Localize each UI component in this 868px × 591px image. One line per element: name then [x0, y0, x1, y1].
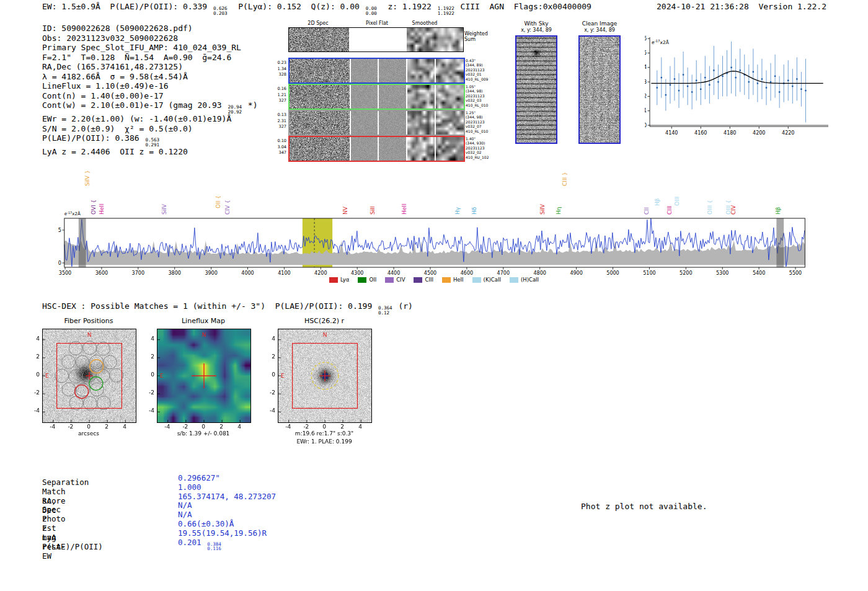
spec-row-0	[288, 58, 465, 84]
spectrum-line-label: Hβ	[654, 198, 660, 206]
match-value: 1.000	[178, 482, 202, 492]
xtick-label: 4	[118, 424, 131, 430]
row-meta-label: (344, 930)	[466, 141, 498, 145]
row-meta-label: v032_01	[466, 72, 498, 76]
spectrum-line-label: CIV	[730, 205, 737, 215]
data-point	[748, 81, 750, 82]
row-left-labels: 0.103.04347	[270, 138, 286, 156]
line-fit-plot: 012345641404160418042004220e-17x2Å	[645, 31, 831, 146]
data-point	[735, 77, 736, 78]
data-point	[717, 81, 719, 82]
data-point	[761, 78, 763, 79]
xtick-label: 4220	[782, 130, 794, 136]
ytick-label: 5	[645, 50, 647, 56]
xtick-label: 4300	[351, 270, 363, 276]
ytick-label: 6	[645, 36, 647, 42]
info-line: S/N = 2.0(±0.9) χ² = 0.5(±0.0)	[42, 124, 257, 134]
info-line: LyA z = 2.4406 OII z = 0.1220	[42, 147, 257, 157]
uncertainty-stack: 0.5630.291	[144, 138, 161, 147]
fiber-circle	[62, 355, 76, 369]
legend-label: CIV	[396, 277, 405, 283]
spec-row-3	[288, 136, 465, 162]
row-weight-label: 2.31	[270, 118, 286, 125]
row-meta-label: 1.40"	[466, 136, 498, 141]
data-point	[722, 76, 723, 77]
row-weight-label: 327	[270, 124, 286, 130]
spectrum-line-label: Hβ	[775, 207, 781, 215]
text-seg: LineFlux = 1.10(±0.49)e-16	[42, 81, 169, 91]
match-label: P(LAE)/P(OII)	[42, 542, 103, 551]
row-weight-label: 1.21	[270, 92, 286, 99]
ytick-label: 2	[26, 353, 40, 360]
east-label: E	[45, 373, 49, 379]
xtick-label: 2	[100, 424, 113, 430]
legend-item: (K)CaII	[472, 277, 501, 283]
spectrum-line-label: Hδ	[471, 207, 477, 215]
text-seg: Primary Spec_Slot_IFU_AMP: 410_024_039_R…	[42, 43, 241, 52]
data-point	[787, 80, 789, 81]
ytick-label: 2	[141, 353, 154, 360]
spectrum-line-label: OII {	[215, 195, 221, 208]
data-point	[779, 91, 780, 92]
info-line: ID: 5090022628 (5090022628.pdf)	[42, 24, 257, 33]
uncertainty-stack: 0.3640.12	[377, 306, 394, 315]
gaussian-fit	[651, 71, 823, 84]
legend-label: HeII	[453, 277, 464, 283]
match-value: 0.296627"	[178, 473, 220, 482]
xtick-label: -4	[46, 424, 60, 430]
uncertainty-stack: 0.3840.116	[206, 542, 223, 551]
match-value: N/A	[178, 500, 192, 510]
row-meta-label: (344, 89)	[466, 63, 498, 67]
xtick-label: 4000	[241, 270, 254, 276]
text-seg: Cont(n) = 1.40(±0.00)e-17	[42, 91, 164, 100]
clean-image-coords: x, y: 344, 89	[575, 27, 624, 33]
spectrum-line-label: CIII	[666, 206, 673, 215]
text-seg: EWr = 2.20(±1.00) (w: -1.40(±0.01)e19)Å	[42, 114, 231, 123]
spec-row-image	[290, 137, 464, 161]
ytick-label: 2	[262, 353, 275, 360]
text-seg: Obs: 20231123v032_5090022628	[42, 33, 178, 43]
info-line: P(LAE)/P(OII): 0.386 0.5630.291	[42, 133, 257, 147]
line-fit-svg: 012345641404160418042004220e-17x2Å	[645, 31, 831, 146]
legend-label: CIII	[425, 277, 433, 283]
masked-band	[79, 218, 86, 267]
xtick-label: 0	[82, 424, 95, 430]
clean-image-title: Clean Image	[578, 20, 621, 27]
xtick-label: 0	[197, 424, 210, 430]
row-weight-label: 347	[270, 150, 286, 156]
xtick-label: 4160	[694, 130, 707, 136]
panel-title: Lineflux Map	[157, 317, 250, 325]
info-line: λ = 4182.66Å σ = 9.58(±4.54)Å	[42, 72, 257, 82]
summary-header: EW: 1.5±0.9Å P(LAE)/P(OII): 0.339 0.6260…	[42, 2, 591, 16]
row-meta-label: 20231123	[466, 68, 498, 72]
xtick-label: 5200	[680, 270, 692, 276]
with-sky-image	[515, 35, 557, 144]
spectrum-line-label: OVI {	[91, 200, 97, 215]
xtick-label: 4700	[497, 270, 510, 276]
row-right-labels: 0.43"(344, 89)20231123v032_01410_RL_009	[466, 58, 498, 81]
ytick-label: 3	[645, 79, 647, 85]
spectrum-line-label: SiIV	[539, 204, 546, 215]
data-point	[704, 77, 706, 78]
north-label: N	[323, 332, 327, 338]
row-weight-label: 328	[270, 72, 286, 78]
legend-label: (H)CaII	[521, 277, 539, 283]
panel-hsc-26-2-r: NE	[278, 329, 372, 423]
text-seg: (r)	[394, 301, 413, 311]
ytick-label: -4	[26, 407, 40, 414]
panel-xlabel: EWr: 1. PLAE: 0.199	[272, 438, 377, 445]
row-weight-label: 0.23	[270, 60, 286, 66]
row-right-labels: 1.05"(344, 98)20231123v032_03410_RL_010	[466, 84, 498, 107]
legend-item: CIV	[385, 277, 405, 283]
row-left-labels: 0.231.34328	[270, 60, 286, 78]
spec-row-image	[289, 28, 463, 51]
text-seg: λ = 4182.66Å σ = 9.58(±4.54)Å	[42, 72, 188, 81]
row-left-labels: 0.132.31327	[270, 112, 286, 130]
xtick-label: 4100	[278, 270, 290, 276]
row-meta-label: v032_07	[466, 124, 498, 128]
detection-info-block: ID: 5090022628 (5090022628.pdf)Obs: 2023…	[42, 24, 257, 157]
spec-row-image	[290, 85, 464, 109]
fiber-circle	[76, 355, 89, 369]
ytick-label: -4	[141, 407, 154, 414]
info-line: Obs: 20231123v032_5090022628	[42, 33, 257, 43]
